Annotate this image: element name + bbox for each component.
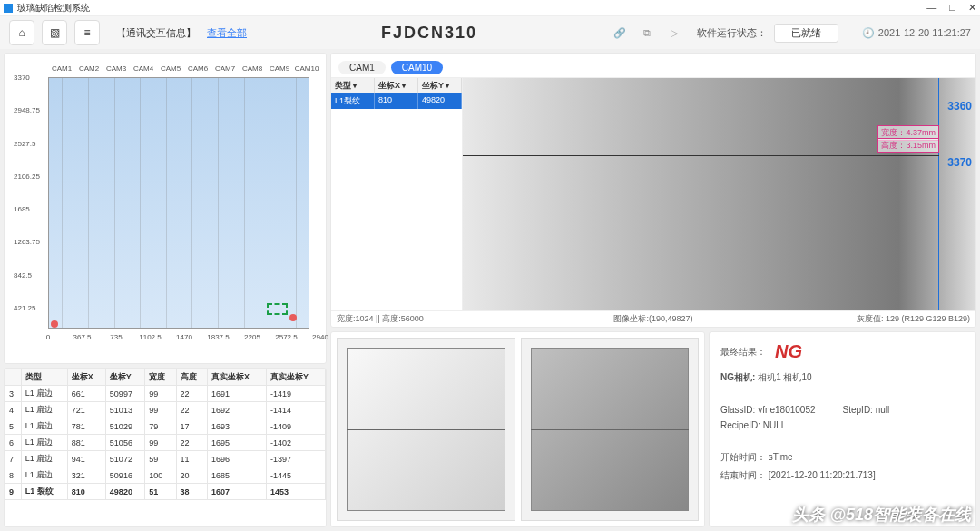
- camera-tabs: CAM1CAM10: [331, 54, 975, 77]
- maximize-button[interactable]: □: [949, 2, 956, 14]
- cam-label: CAM8: [242, 64, 262, 73]
- status-value: 已就绪: [774, 24, 838, 43]
- view-all-link[interactable]: 查看全部: [207, 26, 247, 40]
- window-title: 玻璃缺陷检测系统: [17, 2, 926, 15]
- y-tick: 3370: [14, 74, 30, 82]
- cam-label: CAM3: [106, 64, 126, 73]
- preview-thumbnails: [330, 331, 705, 527]
- play-icon[interactable]: ▷: [666, 25, 682, 41]
- cam-label: CAM4: [133, 64, 153, 73]
- tab-cam1[interactable]: CAM1: [338, 61, 386, 74]
- clock-icon: 🕘: [862, 27, 875, 39]
- clock: 🕘 2021-12-20 11:21:27: [862, 27, 971, 39]
- result-value: NG: [775, 341, 802, 362]
- camera-image[interactable]: 宽度：4.37mm 高度：3.15mm 3360 3370: [463, 78, 975, 310]
- y-tick: 1685: [14, 205, 30, 213]
- close-button[interactable]: ✕: [968, 2, 976, 14]
- tab-cam10[interactable]: CAM10: [391, 61, 443, 74]
- minimize-button[interactable]: —: [926, 2, 936, 14]
- menu-button[interactable]: ≡: [74, 20, 100, 45]
- defect-mini-table[interactable]: 类型▾ 坐标X▾ 坐标Y▾ L1裂纹 810 49820: [331, 78, 463, 310]
- cam-label: CAM2: [79, 64, 99, 73]
- cam-label: CAM7: [215, 64, 235, 73]
- table-row[interactable]: 4L1 扁边7215101399221692-1414: [5, 402, 326, 418]
- comm-info-label: 【通讯交互信息】: [116, 26, 196, 40]
- defect-mini-row[interactable]: L1裂纹 810 49820: [331, 93, 462, 109]
- cam-label: CAM9: [270, 64, 289, 73]
- table-row[interactable]: 5L1 扁边7815102979171693-1409: [5, 418, 326, 435]
- y-tick: 1263.75: [14, 238, 40, 246]
- chart-point: [289, 314, 297, 321]
- scatter-chart[interactable]: CAM1CAM2CAM3CAM4CAM5CAM6CAM7CAM8CAM9CAM1…: [4, 53, 327, 364]
- preview-1[interactable]: [337, 338, 515, 521]
- ruler-mark-2: 3370: [947, 156, 972, 169]
- x-tick: 367.5: [73, 333, 91, 341]
- y-tick: 421.25: [14, 303, 35, 311]
- x-tick: 1470: [176, 333, 192, 341]
- x-tick: 2940: [312, 333, 328, 341]
- cam-label: CAM10: [295, 64, 319, 73]
- roi-rect: [267, 303, 288, 316]
- image-button[interactable]: ▧: [42, 20, 67, 45]
- preview-2[interactable]: [521, 338, 700, 521]
- x-tick: 0: [46, 333, 50, 341]
- home-button[interactable]: ⌂: [9, 20, 34, 45]
- link2-icon[interactable]: ⧉: [639, 25, 655, 41]
- window-titlebar: 玻璃缺陷检测系统 — □ ✕: [0, 0, 980, 16]
- toolbar: ⌂ ▧ ≡ 【通讯交互信息】 查看全部 FJDCN310 🔗 ⧉ ▷ 软件运行状…: [0, 16, 980, 49]
- cam-label: CAM5: [161, 64, 181, 73]
- y-tick: 2948.75: [14, 106, 40, 114]
- x-tick: 735: [110, 333, 122, 341]
- chart-point: [51, 320, 58, 328]
- y-tick: 2106.25: [14, 172, 40, 180]
- camera-view-panel: CAM1CAM10 类型▾ 坐标X▾ 坐标Y▾ L1裂纹 810 49820: [330, 53, 976, 328]
- table-row[interactable]: 3L1 扁边6615099799221691-1419: [5, 386, 326, 402]
- cam-label: CAM1: [52, 64, 72, 73]
- table-row[interactable]: 9L1 裂纹81049820513816071453: [5, 484, 326, 500]
- cam-label: CAM6: [188, 64, 208, 73]
- app-icon: [4, 4, 13, 13]
- table-row[interactable]: 7L1 扁边9415107259111696-1397: [5, 451, 326, 467]
- defect-table[interactable]: 类型坐标X坐标Y宽度高度真实坐标X真实坐标Y3L1 扁边661509979922…: [4, 368, 327, 527]
- x-tick: 1102.5: [139, 333, 161, 341]
- x-tick: 2572.5: [275, 333, 297, 341]
- x-tick: 1837.5: [207, 333, 229, 341]
- x-tick: 2205: [244, 333, 260, 341]
- link-icon[interactable]: 🔗: [612, 25, 628, 41]
- result-label: 最终结果：: [720, 346, 766, 359]
- ruler-mark-1: 3360: [947, 100, 972, 113]
- clock-text: 2021-12-20 11:21:27: [878, 27, 971, 38]
- status-label: 软件运行状态：: [697, 26, 767, 40]
- table-row[interactable]: 8L1 扁边32150916100201685-1445: [5, 467, 326, 484]
- y-tick: 842.5: [14, 270, 32, 279]
- y-tick: 2527.5: [14, 139, 35, 147]
- page-title: FJDCN310: [254, 24, 604, 43]
- result-panel: 最终结果： NG NG相机: 相机1 相机10 GlassID: vfne180…: [709, 331, 976, 527]
- table-row[interactable]: 6L1 扁边8815105699221695-1402: [5, 435, 326, 451]
- image-info-bar: 宽度:1024 || 高度:56000 图像坐标:(190,49827) 灰度值…: [331, 310, 975, 327]
